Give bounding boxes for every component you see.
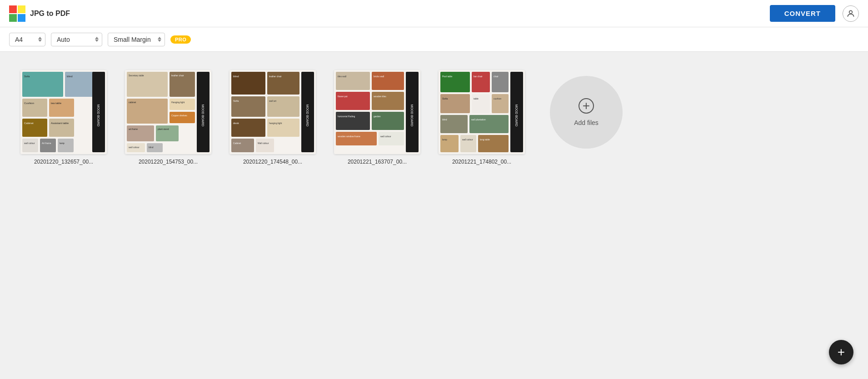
user-account-button[interactable] (843, 5, 859, 22)
logo-area: JPG to PDF (9, 5, 70, 22)
svg-text:wall plantation: wall plantation (471, 118, 486, 121)
svg-text:blind: blind (442, 118, 447, 121)
header-actions: CONVERT (770, 5, 859, 22)
svg-rect-83 (379, 132, 404, 145)
svg-text:MOOD BOARD: MOOD BOARD (410, 105, 414, 127)
svg-rect-41 (170, 112, 195, 123)
file-thumbnail: MOOD BOARD tiles wall bricks wall flower… (334, 70, 420, 154)
fab-add-button[interactable]: + (829, 340, 853, 364)
svg-rect-75 (372, 92, 404, 110)
svg-text:MOOD BOARD: MOOD BOARD (97, 105, 100, 127)
svg-rect-108 (478, 135, 509, 152)
svg-text:MOOD BOARD: MOOD BOARD (515, 105, 518, 127)
svg-rect-79 (372, 112, 404, 130)
app-title: JPG to PDF (30, 10, 70, 18)
svg-rect-102 (469, 115, 509, 133)
svg-rect-73 (336, 92, 370, 110)
svg-rect-104 (440, 135, 459, 152)
svg-text:MOOD BOARD: MOOD BOARD (306, 105, 309, 127)
svg-text:Art frame: Art frame (42, 142, 51, 145)
svg-rect-60 (267, 119, 299, 137)
file-name: 20201220_154753_00... (139, 159, 198, 165)
file-name: 20201220_174548_00... (243, 159, 302, 165)
paper-size-select[interactable]: A4 A3 Letter Legal (9, 33, 45, 46)
svg-text:wall colour: wall colour (462, 138, 473, 141)
svg-rect-20 (22, 139, 38, 152)
add-files-card[interactable]: + Add files (541, 70, 632, 154)
fab-plus-icon: + (838, 346, 845, 359)
svg-rect-58 (231, 119, 265, 137)
svg-rect-100 (440, 115, 468, 133)
svg-text:plant stand: plant stand (158, 128, 169, 130)
svg-rect-35 (170, 99, 195, 110)
svg-text:garden: garden (374, 115, 381, 118)
file-thumbnail: MOOD BOARD Secretary table leather chair… (125, 70, 211, 154)
svg-rect-71 (372, 72, 404, 90)
convert-button[interactable]: CONVERT (770, 5, 835, 22)
svg-text:Assistant table: Assistant table (51, 122, 69, 125)
margin-select[interactable]: No Margin Small Margin Big Margin (108, 33, 165, 46)
svg-rect-62 (231, 139, 254, 152)
file-thumbnail: Sofa blind Cushion tea table MOOD BOARD … (20, 70, 107, 154)
svg-text:table: table (474, 97, 479, 100)
file-card[interactable]: Sofa blind Cushion tea table MOOD BOARD … (18, 70, 109, 165)
svg-text:blind: blind (149, 146, 154, 149)
paper-size-wrapper: A4 A3 Letter Legal (9, 33, 45, 46)
file-thumbnail: MOOD BOARD Pool table bar chair chair So… (439, 70, 525, 154)
svg-rect-16 (22, 119, 47, 137)
svg-text:leather chair: leather chair (269, 75, 282, 78)
svg-rect-24 (58, 139, 74, 152)
svg-rect-69 (336, 72, 370, 90)
svg-rect-2 (9, 14, 17, 22)
svg-text:lamp: lamp (60, 142, 65, 145)
svg-text:wooden tiles: wooden tiles (374, 95, 386, 98)
person-icon (846, 9, 855, 18)
svg-text:Cushion: Cushion (24, 102, 34, 105)
svg-text:leather chair: leather chair (171, 74, 184, 77)
orientation-select[interactable]: Auto Portrait Landscape (51, 33, 102, 46)
svg-text:bricks wall: bricks wall (374, 75, 384, 78)
file-card[interactable]: MOOD BOARD Pool table bar chair chair So… (436, 70, 527, 165)
svg-text:Cabinet: Cabinet (24, 122, 34, 125)
svg-text:MOOD BOARD: MOOD BOARD (201, 105, 205, 127)
svg-text:horizontal Railing: horizontal Railing (338, 115, 355, 118)
svg-text:hanging light: hanging light (269, 122, 282, 125)
svg-text:desk: desk (233, 122, 239, 125)
svg-rect-10 (22, 99, 47, 117)
svg-text:wall colour: wall colour (24, 142, 35, 145)
svg-text:cushion: cushion (494, 97, 501, 100)
svg-rect-0 (9, 5, 17, 13)
svg-rect-3 (18, 14, 25, 22)
svg-text:bar chair: bar chair (474, 75, 483, 78)
svg-text:long table: long table (480, 138, 490, 141)
svg-text:Hanging light: Hanging light (171, 101, 185, 104)
svg-text:cabinet: cabinet (129, 101, 136, 104)
svg-rect-22 (40, 139, 56, 152)
add-files-label: Add files (574, 119, 599, 126)
file-thumbnail: MOOD BOARD blind leather chair Sofa wall… (229, 70, 316, 154)
svg-rect-12 (49, 99, 74, 117)
svg-rect-81 (336, 132, 377, 145)
file-name: 20201221_163707_00... (348, 159, 407, 165)
svg-text:wall colour: wall colour (129, 146, 140, 149)
svg-text:Copper shelves: Copper shelves (171, 114, 187, 117)
app-logo-icon (9, 5, 25, 22)
svg-text:Pool table: Pool table (442, 75, 452, 78)
orientation-wrapper: Auto Portrait Landscape (51, 33, 102, 46)
svg-text:Sofa: Sofa (24, 75, 30, 78)
file-name: 20201220_132657_00... (34, 159, 93, 165)
toolbar: A4 A3 Letter Legal Auto Portrait Landsca… (0, 27, 868, 52)
file-name: 20201221_174802_00... (452, 159, 511, 165)
svg-point-4 (849, 10, 853, 14)
file-card[interactable]: MOOD BOARD Secretary table leather chair… (123, 70, 214, 165)
svg-text:Cabinet: Cabinet (233, 142, 241, 145)
svg-text:lamp: lamp (442, 138, 447, 141)
add-files-plus-icon: + (579, 98, 594, 114)
file-grid: Sofa blind Cushion tea table MOOD BOARD … (0, 52, 868, 183)
file-card[interactable]: MOOD BOARD tiles wall bricks wall flower… (332, 70, 423, 165)
svg-rect-77 (336, 112, 370, 130)
svg-rect-1 (18, 5, 25, 13)
svg-text:wooden window frame: wooden window frame (338, 135, 360, 138)
file-card[interactable]: MOOD BOARD blind leather chair Sofa wall… (227, 70, 318, 165)
margin-wrapper: No Margin Small Margin Big Margin (108, 33, 165, 46)
